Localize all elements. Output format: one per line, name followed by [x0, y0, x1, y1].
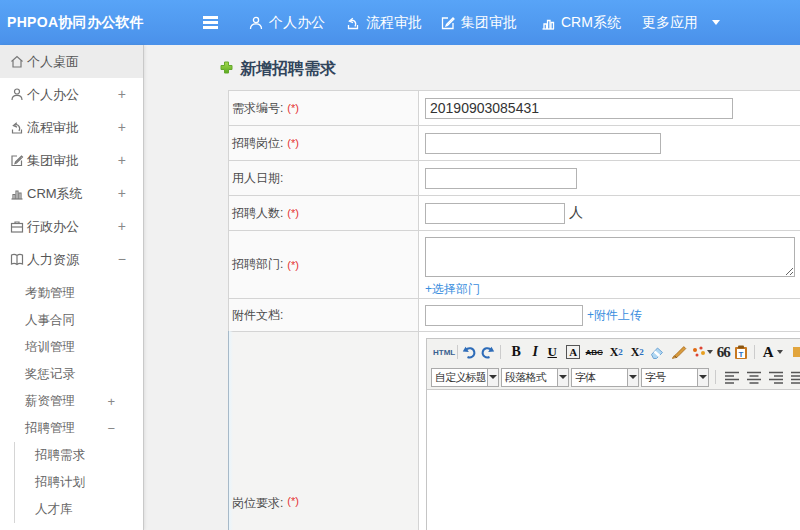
svg-text:T: T [739, 349, 744, 358]
